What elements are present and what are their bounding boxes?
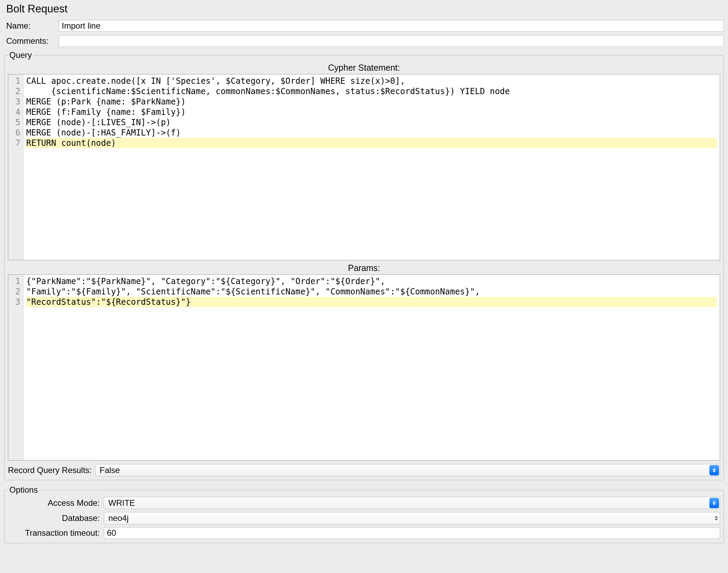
params-label: Params: [8,263,720,273]
database-spinner[interactable]: neo4j [104,512,720,524]
record-query-results-label: Record Query Results: [8,465,92,475]
comments-input[interactable] [59,35,724,47]
transaction-timeout-input[interactable] [104,527,720,539]
name-input[interactable] [59,20,724,32]
transaction-timeout-label: Transaction timeout: [8,528,101,538]
params-gutter: 123 [8,275,23,460]
query-legend: Query [8,50,33,60]
database-value: neo4j [108,513,129,523]
options-legend: Options [8,485,39,495]
query-group: Query Cypher Statement: 1234567 CALL apo… [4,50,724,480]
cypher-body[interactable]: CALL apoc.create.node([x IN ['Species', … [23,74,720,260]
params-editor[interactable]: 123 {"ParkName":"${ParkName}", "Category… [8,274,720,461]
cypher-statement-label: Cypher Statement: [8,63,720,73]
record-query-results-select[interactable]: False [95,464,720,476]
access-mode-label: Access Mode: [8,498,101,508]
record-query-results-value: False [100,465,120,475]
name-label: Name: [4,21,59,31]
panel-title: Bolt Request [6,3,724,15]
params-body[interactable]: {"ParkName":"${ParkName}", "Category":"$… [23,275,720,460]
access-mode-select[interactable]: WRITE [104,497,720,509]
access-mode-value: WRITE [108,498,135,508]
dropdown-icon [709,498,719,508]
stepper-icon [715,516,718,521]
comments-label: Comments: [4,36,59,46]
database-label: Database: [8,513,101,523]
options-group: Options Access Mode: WRITE Database: neo… [4,485,724,543]
cypher-gutter: 1234567 [8,74,23,260]
cypher-editor[interactable]: 1234567 CALL apoc.create.node([x IN ['Sp… [8,74,720,260]
dropdown-icon [709,465,719,475]
